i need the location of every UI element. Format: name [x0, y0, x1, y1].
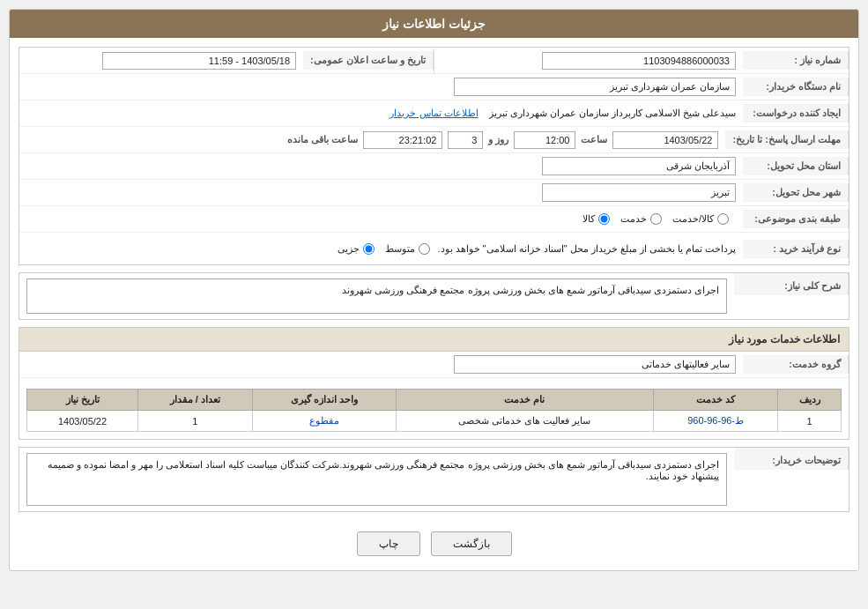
- city-label: شهر محل تحویل:: [743, 183, 849, 202]
- cell-qty-1: 1: [138, 411, 253, 432]
- col-header-date: تاریخ نیاز: [27, 390, 138, 411]
- deadline-time: 12:00: [514, 131, 575, 149]
- subject-kala-label: کالا: [582, 213, 595, 225]
- deadline-date: 1403/05/22: [612, 131, 718, 149]
- deadline-time-label: ساعت: [581, 134, 607, 145]
- subject-khedmat-option[interactable]: خدمت: [620, 213, 662, 225]
- subject-label: طبقه بندی موضوعی:: [743, 210, 849, 228]
- type-jazii-option[interactable]: جزیی: [338, 243, 375, 255]
- province-label: استان محل تحویل:: [743, 157, 849, 175]
- need-number-label: شماره نیاز :: [743, 51, 849, 70]
- buyer-notes-label: توضیحات خریدار:: [734, 448, 849, 470]
- deadline-days-label: روز و: [488, 134, 508, 145]
- requester-contact-link[interactable]: اطلاعات تماس خریدار: [389, 108, 478, 119]
- type-jazii-radio[interactable]: [363, 243, 375, 255]
- back-button[interactable]: بازگشت: [431, 531, 512, 556]
- need-description-label: شرح کلی نیاز:: [734, 273, 849, 295]
- subject-kala-option[interactable]: کالا: [582, 213, 610, 225]
- cell-unit-1: مقطوع: [252, 411, 396, 432]
- service-group-label: گروه خدمت:: [743, 355, 849, 374]
- announce-date-value: 1403/05/18 - 11:59: [102, 52, 296, 70]
- type-motavaset-option[interactable]: متوسط: [385, 243, 430, 255]
- deadline-label: مهلت ارسال پاسخ: تا تاریخ:: [725, 130, 849, 149]
- need-description-value: اجرای دستمزدی سیدباقی آرماتور شمع های بخ…: [26, 279, 727, 314]
- type-jazii-label: جزیی: [338, 243, 360, 255]
- announce-date-label: تاریخ و ساعت اعلان عمومی:: [303, 51, 434, 70]
- panel-title: جزئیات اطلاعات نیاز: [10, 10, 858, 38]
- need-number-value: 1103094886000033: [542, 52, 736, 70]
- service-group-value: سایر فعالیتهای خدماتی: [454, 355, 736, 374]
- print-button[interactable]: چاپ: [357, 531, 420, 556]
- col-header-name: نام خدمت: [396, 390, 653, 411]
- type-description: پرداخت تمام یا بخشی از مبلغ خریداز محل "…: [437, 243, 736, 255]
- requester-value: سیدعلی شیخ الاسلامی کاربرداز سازمان عمرا…: [489, 108, 736, 119]
- type-motavaset-radio[interactable]: [419, 243, 430, 255]
- subject-khedmat-radio[interactable]: [650, 213, 662, 225]
- services-info-title: اطلاعات خدمات مورد نیاز: [19, 328, 849, 352]
- buyer-notes-value: اجرای دستمزدی سیدباقی آرماتور شمع های بخ…: [26, 453, 727, 506]
- deadline-days: 3: [448, 131, 483, 149]
- deadline-remaining: 23:21:02: [363, 131, 442, 149]
- col-header-code: کد خدمت: [653, 390, 777, 411]
- cell-code-1: ط-96-96-960: [653, 411, 777, 432]
- city-value: تبریز: [542, 183, 736, 202]
- buyer-org-label: نام دستگاه خریدار:: [743, 78, 849, 96]
- cell-row-1: 1: [778, 411, 842, 432]
- buyer-org-value: سازمان عمران شهرداری تبریز: [454, 78, 736, 96]
- subject-kala-khedmat-option[interactable]: کالا/خدمت: [672, 213, 729, 225]
- requester-label: ایجاد کننده درخواست:: [743, 104, 849, 123]
- cell-date-1: 1403/05/22: [27, 411, 138, 432]
- type-label: نوع فرآیند خرید :: [743, 240, 849, 258]
- col-header-row: ردیف: [778, 390, 842, 411]
- services-table: ردیف کد خدمت نام خدمت واحد اندازه گیری ت…: [26, 389, 842, 432]
- type-motavaset-label: متوسط: [385, 243, 415, 255]
- subject-kala-khedmat-label: کالا/خدمت: [672, 213, 714, 225]
- subject-kala-radio[interactable]: [598, 213, 610, 225]
- table-row: 1 ط-96-96-960 سایر فعالیت های خدماتی شخص…: [27, 411, 842, 432]
- province-value: آذربایجان شرقی: [542, 157, 736, 175]
- col-header-qty: تعداد / مقدار: [138, 390, 253, 411]
- subject-kala-khedmat-radio[interactable]: [717, 213, 729, 225]
- cell-name-1: سایر فعالیت های خدماتی شخصی: [396, 411, 653, 432]
- subject-khedmat-label: خدمت: [620, 213, 647, 225]
- deadline-remaining-label: ساعت باقی مانده: [287, 134, 358, 145]
- col-header-unit: واحد اندازه گیری: [252, 390, 396, 411]
